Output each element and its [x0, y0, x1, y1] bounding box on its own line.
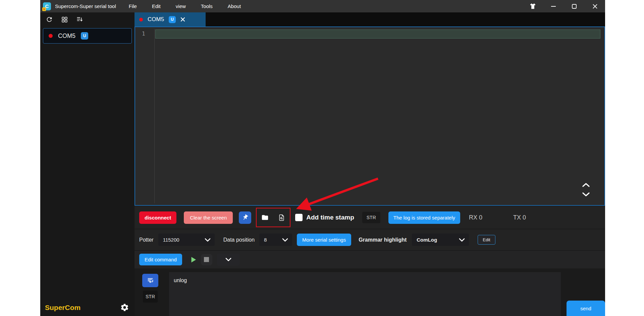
line-number: 1 [142, 30, 145, 37]
tab-close-icon[interactable] [180, 17, 185, 22]
grammar-select[interactable]: ComLog [412, 234, 469, 246]
sidebar-item-com5[interactable]: COM5 U [43, 28, 132, 44]
str-mode-button[interactable]: STR [362, 212, 380, 223]
timestamp-label: Add time stamp [306, 214, 354, 221]
app-logo-icon: CS [43, 2, 51, 10]
pin-button[interactable] [239, 211, 251, 224]
device-badge: U [81, 32, 88, 40]
settings-gear-icon[interactable] [120, 303, 129, 312]
status-dot [49, 34, 53, 38]
clear-screen-button[interactable]: Clear the screen [184, 211, 233, 224]
baud-rate-select[interactable]: 115200 [158, 234, 215, 246]
serial-settings-bar: Potter 115200 Data position 8 More seria… [135, 229, 605, 250]
sidebar-footer: SuperCom [45, 303, 129, 312]
grid-view-icon[interactable] [61, 16, 68, 23]
minimize-button[interactable] [550, 3, 557, 10]
maximize-button[interactable] [571, 3, 578, 10]
file-search-icon[interactable] [278, 214, 285, 221]
tab-status-dot [139, 18, 143, 21]
menu-edit[interactable]: Edit [152, 3, 161, 9]
menu-file[interactable]: File [129, 3, 137, 9]
close-button[interactable] [592, 3, 598, 10]
edit-command-button[interactable]: Edit command [139, 254, 182, 265]
active-line-highlight [155, 29, 600, 39]
tx-counter: TX 0 [513, 214, 526, 221]
play-button[interactable] [187, 254, 199, 265]
tab-badge: U [169, 16, 176, 23]
str-format-button[interactable]: STR [143, 291, 158, 303]
chevron-down-icon [225, 257, 232, 262]
device-name: COM5 [58, 33, 75, 40]
list-sort-icon[interactable] [76, 16, 84, 23]
chevron-down-icon [459, 238, 465, 242]
data-bits-select[interactable]: 8 [259, 234, 292, 246]
log-separately-button[interactable]: The log is stored separately [388, 211, 460, 224]
command-control-bar: Edit command [135, 250, 605, 268]
open-folder-icon[interactable] [261, 214, 269, 221]
disconnect-button[interactable]: disconnect [139, 211, 176, 224]
send-panel: STR send [135, 268, 605, 316]
tab-bar: COM5 U [135, 12, 605, 26]
sidebar: COM5 U SuperCom [40, 12, 135, 316]
scroll-up-icon[interactable] [582, 182, 590, 187]
data-bits-label: Data position [223, 237, 255, 243]
indent-guide [154, 29, 155, 203]
title-bar: CS Supercom-Super serial tool File Edit … [40, 0, 605, 12]
grammar-highlight-label: Grammar highlight [359, 237, 407, 243]
command-input[interactable] [169, 272, 561, 316]
multiline-send-button[interactable] [142, 274, 158, 287]
tab-label: COM5 [148, 16, 164, 23]
terminal-editor[interactable]: 1 [135, 26, 605, 206]
chevron-down-icon [282, 238, 288, 242]
app-window: CS Supercom-Super serial tool File Edit … [40, 0, 605, 316]
refresh-icon[interactable] [46, 16, 53, 23]
file-buttons-highlight-box [256, 208, 290, 227]
command-dropdown-button[interactable] [217, 254, 240, 266]
tab-com5[interactable]: COM5 U [135, 12, 206, 26]
menu-bar: File Edit view Tools About [129, 3, 241, 9]
baud-rate-label: Potter [139, 237, 154, 243]
theme-skin-icon[interactable] [529, 3, 536, 10]
connection-toolbar: disconnect Clear the screen Add time sta… [135, 206, 605, 229]
stop-button[interactable] [201, 254, 212, 265]
menu-view[interactable]: view [176, 3, 186, 9]
chevron-down-icon [205, 238, 211, 242]
grammar-edit-button[interactable]: Edit [478, 235, 495, 245]
rx-counter: RX 0 [469, 214, 482, 221]
send-button[interactable]: send [567, 301, 605, 316]
scroll-down-icon[interactable] [582, 192, 590, 197]
brand-logo: SuperCom [45, 304, 80, 312]
menu-about[interactable]: About [228, 3, 241, 9]
sidebar-toolbar [40, 12, 135, 26]
timestamp-checkbox[interactable] [295, 214, 303, 221]
scroll-controls [582, 182, 590, 197]
more-serial-settings-button[interactable]: More serial settings [297, 234, 351, 246]
menu-tools[interactable]: Tools [201, 3, 213, 9]
app-title: Supercom-Super serial tool [55, 3, 116, 9]
stop-icon [204, 257, 209, 262]
window-controls [529, 3, 601, 10]
